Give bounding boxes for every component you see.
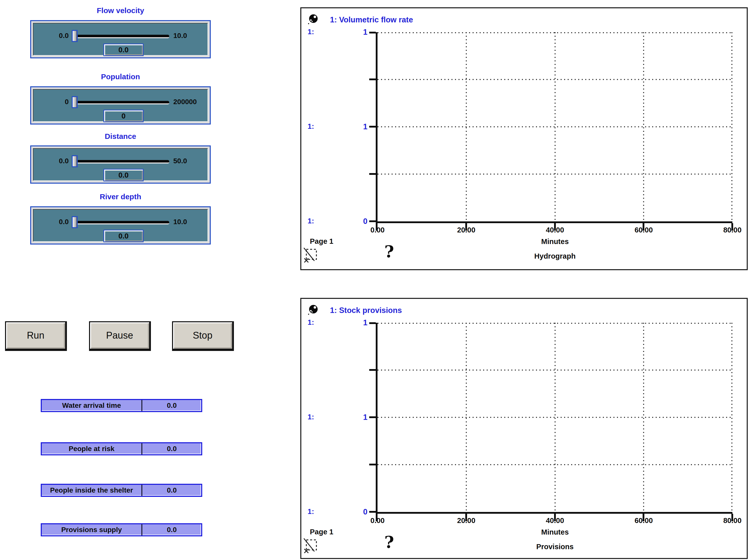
- readout-provisions-supply-label: Provisions supply: [42, 524, 142, 535]
- slider-flow-velocity-min-label: 0.0: [36, 32, 69, 40]
- slider-river-depth: 0.0 10.0 0.0: [30, 206, 211, 244]
- y-tick: [369, 464, 376, 465]
- readout-provisions-supply: Provisions supply 0.0: [41, 523, 202, 536]
- slider-distance-track[interactable]: [76, 160, 169, 163]
- slider-population-track[interactable]: [76, 101, 169, 104]
- slider-distance-body: 0.0 50.0 0.0: [33, 148, 208, 181]
- series-row-label: 1:: [308, 413, 314, 421]
- y-tick: [369, 32, 376, 34]
- y-tick: [369, 220, 376, 222]
- run-button[interactable]: Run: [5, 321, 67, 351]
- y-axis-label: 0: [349, 217, 367, 226]
- graph-pad-ball-icon: [307, 13, 319, 25]
- x-axis-label: 0.00: [359, 226, 397, 234]
- y-tick: [369, 369, 376, 371]
- y-axis-label: 1: [349, 28, 367, 37]
- readout-water-arrival-time: Water arrival time 0.0: [41, 399, 202, 412]
- x-axis-label: 60.00: [625, 517, 663, 525]
- y-tick: [369, 79, 376, 80]
- x-axis-unit-label: Minutes: [378, 238, 732, 246]
- y-axis-label: 1: [349, 122, 367, 131]
- slider-population-body: 0 200000 0: [33, 89, 208, 122]
- gridline: [554, 32, 555, 221]
- series-row-label: 1:: [308, 28, 314, 36]
- series-row-label: 1:: [308, 318, 314, 326]
- slider-river-depth-thumb[interactable]: [72, 216, 78, 228]
- readout-people-inside-shelter-value: 0.0: [142, 485, 201, 496]
- gridline: [643, 32, 644, 221]
- y-tick: [369, 511, 376, 513]
- gridline: [466, 32, 467, 221]
- chart-name-label: Hydrograph: [378, 252, 732, 260]
- slider-population-min-label: 0: [36, 98, 69, 106]
- gridline: [731, 323, 732, 512]
- gridline: [731, 32, 732, 221]
- y-tick: [369, 416, 376, 418]
- slider-distance-max-label: 50.0: [173, 157, 208, 165]
- help-icon[interactable]: ?: [384, 534, 394, 551]
- readout-people-at-risk-label: People at risk: [42, 443, 142, 454]
- readout-provisions-supply-value: 0.0: [142, 524, 201, 535]
- gridline: [466, 323, 467, 512]
- help-icon[interactable]: ?: [384, 243, 394, 260]
- hydrograph-chart-panel: 1: Volumetric flow rate 1: 1: 1: 1 1: [300, 7, 748, 270]
- x-axis-label: 80.00: [713, 517, 750, 525]
- page-label: Page 1: [310, 237, 333, 245]
- series-row-label: 1:: [308, 507, 314, 516]
- series-row-label: 1:: [308, 122, 314, 131]
- provisions-chart-panel: 1: Stock provisions 1: 1: 1: 1 1: [300, 298, 748, 559]
- provisions-chart-body: 1: Stock provisions 1: 1: 1: 1 1: [301, 299, 747, 558]
- slider-population-thumb[interactable]: [72, 96, 78, 108]
- readout-water-arrival-time-value: 0.0: [142, 400, 201, 411]
- slider-title-population: Population: [30, 73, 211, 81]
- slider-flow-velocity-thumb[interactable]: [72, 30, 78, 42]
- x-axis-label: 40.00: [536, 226, 574, 234]
- slider-river-depth-max-label: 10.0: [173, 218, 208, 226]
- stop-button[interactable]: Stop: [172, 321, 234, 351]
- page-label: Page 1: [310, 528, 333, 536]
- provisions-plot-area: 1: 1: 1: 1 1 0 0.00 20.00 40.00 60.00 80…: [376, 323, 732, 514]
- slider-distance-min-label: 0.0: [36, 157, 69, 165]
- x-axis-label: 20.00: [447, 226, 485, 234]
- chart-title: 1: Stock provisions: [330, 306, 402, 315]
- y-tick: [369, 173, 376, 175]
- x-axis-label: 60.00: [625, 226, 663, 234]
- readout-people-inside-shelter: People inside the shelter 0.0: [41, 484, 202, 497]
- slider-title-river-depth: River depth: [30, 193, 211, 201]
- gridline: [643, 323, 644, 512]
- slider-flow-velocity-max-label: 10.0: [173, 32, 208, 40]
- chart-title: 1: Volumetric flow rate: [330, 15, 413, 24]
- x-axis-unit-label: Minutes: [378, 528, 732, 536]
- slider-distance-value[interactable]: 0.0: [103, 169, 144, 181]
- graph-pad-ball-icon: [307, 304, 319, 316]
- slider-flow-velocity: 0.0 10.0 0.0: [30, 20, 211, 58]
- slider-distance: 0.0 50.0 0.0: [30, 145, 211, 184]
- slider-flow-velocity-value[interactable]: 0.0: [103, 43, 144, 56]
- series-row-label: 1:: [308, 217, 314, 225]
- slider-distance-thumb[interactable]: [72, 155, 78, 167]
- readout-water-arrival-time-label: Water arrival time: [42, 400, 142, 411]
- y-axis-label: 1: [349, 413, 367, 422]
- slider-population-max-label: 200000: [173, 98, 208, 106]
- readout-people-at-risk: People at risk 0.0: [41, 442, 202, 455]
- page-flip-icon[interactable]: [303, 538, 319, 555]
- slider-population-value[interactable]: 0: [103, 110, 144, 122]
- pause-button[interactable]: Pause: [89, 321, 151, 351]
- y-tick: [369, 322, 376, 324]
- page-flip-icon[interactable]: [303, 248, 319, 264]
- slider-river-depth-body: 0.0 10.0 0.0: [33, 209, 208, 242]
- hydrograph-chart-body: 1: Volumetric flow rate 1: 1: 1: 1 1: [301, 8, 747, 269]
- gridline: [554, 323, 555, 512]
- y-tick: [369, 126, 376, 127]
- slider-river-depth-value[interactable]: 0.0: [103, 230, 144, 242]
- x-axis-label: 80.00: [713, 226, 750, 234]
- x-axis-label: 20.00: [447, 517, 485, 525]
- slider-river-depth-min-label: 0.0: [36, 218, 69, 226]
- slider-river-depth-track[interactable]: [76, 221, 169, 224]
- readout-people-inside-shelter-label: People inside the shelter: [42, 485, 142, 496]
- slider-flow-velocity-body: 0.0 10.0 0.0: [33, 23, 208, 56]
- chart-name-label: Provisions: [378, 543, 732, 551]
- x-axis-label: 40.00: [536, 517, 574, 525]
- slider-flow-velocity-track[interactable]: [76, 35, 169, 38]
- x-axis-label: 0.00: [359, 517, 397, 525]
